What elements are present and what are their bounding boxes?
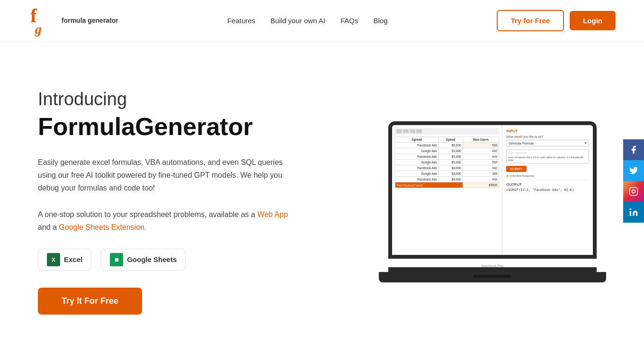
spreadsheet-panel: Spread Spend New Users Facebook Ads$5,00…	[392, 125, 502, 255]
nav-build-ai[interactable]: Build your own AI	[270, 17, 325, 25]
sheets-ext-link[interactable]: Google Sheets Extension.	[59, 223, 146, 231]
ai-dropdown[interactable]: Generate Formula ▾	[506, 140, 589, 146]
try-free-nav-button[interactable]: Try for Free	[497, 10, 564, 31]
main-nav: Features Build your own AI FAQs Blog	[227, 17, 388, 25]
svg-point-4	[630, 208, 631, 210]
ai-output-label: OUTPUT	[506, 182, 589, 187]
svg-text:g: g	[35, 22, 42, 36]
laptop-illustration: Spread Spend New Users Facebook Ads$5,00…	[379, 121, 616, 282]
laptop-brand-label: Macbook Pro	[481, 264, 503, 268]
ss-col-users: New Users	[463, 137, 499, 143]
instagram-social-button[interactable]	[623, 181, 644, 202]
cta-button[interactable]: Try It For Free	[38, 288, 142, 315]
laptop-base	[379, 272, 606, 282]
ss-col-spread: Spread	[395, 137, 439, 143]
facebook-icon	[629, 145, 638, 154]
table-row: Facebook Ads$5,000500	[395, 143, 499, 148]
logo-link[interactable]: f g formula generator	[28, 4, 118, 37]
hero-section: Introducing FormulaGenerator Easily gene…	[38, 89, 294, 315]
sheets-label: Google Sheets	[127, 255, 177, 263]
excel-badge: X Excel	[38, 249, 91, 271]
badges-row: X Excel ▦ Google Sheets	[38, 249, 294, 271]
laptop-screen: Spread Spend New Users Facebook Ads$5,00…	[388, 121, 597, 259]
sheets-badge: ▦ Google Sheets	[101, 249, 186, 271]
table-row: Google Ads$3,000442	[395, 148, 499, 154]
solution-text: A one-stop solution to your spreadsheet …	[38, 208, 294, 234]
table-row: Facebook Ads$6,000442	[395, 177, 499, 182]
twitter-social-button[interactable]	[623, 160, 644, 181]
ai-submit-button[interactable]: SUBMIT	[506, 166, 526, 172]
table-row: Google Ads$5,000550	[395, 160, 499, 165]
svg-rect-2	[630, 188, 638, 196]
login-button[interactable]: Login	[570, 11, 616, 30]
nav-buttons: Try for Free Login	[497, 10, 616, 31]
laptop-trackpad	[474, 275, 511, 278]
hero-description: Easily generate excel formulas, VBA auto…	[38, 156, 294, 195]
ai-input-label: INPUT	[506, 129, 589, 133]
table-row: Facebook Ads$5,000443	[395, 154, 499, 160]
ai-prompt-label: What would you like to do?	[506, 135, 589, 138]
ss-col-spend: Spend	[438, 137, 463, 143]
logo-text: formula generator	[62, 16, 118, 25]
twitter-icon	[629, 166, 638, 175]
web-app-link[interactable]: Web App	[257, 210, 288, 218]
table-row: Total Facebook Spend$5500	[395, 182, 499, 188]
instagram-icon	[629, 187, 638, 196]
linkedin-social-button[interactable]	[623, 202, 644, 223]
ai-panel: INPUT What would you like to do? Generat…	[502, 125, 593, 255]
table-row: Facebook Ads$8,000442	[395, 165, 499, 171]
facebook-social-button[interactable]	[623, 139, 644, 160]
ai-result-formula: =SUMIF(J2:J, "Facebook Ads", K2:K)	[506, 188, 589, 192]
header: f g formula generator Features Build you…	[0, 0, 644, 42]
ai-text-input: Enter input here sum of values from K2:K…	[506, 149, 589, 163]
logo-name: formula generator	[62, 16, 118, 25]
nav-blog[interactable]: Blog	[374, 17, 388, 25]
nav-features[interactable]: Features	[227, 17, 255, 25]
sheets-icon: ▦	[110, 253, 123, 266]
social-bar	[623, 139, 644, 223]
main-content: Introducing FormulaGenerator Easily gene…	[0, 42, 644, 362]
excel-label: Excel	[64, 255, 82, 263]
ai-unlimited-text: ★ Unlimited Requests	[506, 174, 589, 177]
nav-faqs[interactable]: FAQs	[340, 17, 358, 25]
excel-icon: X	[47, 253, 60, 266]
logo-icon: f g	[28, 4, 57, 37]
hero-title: FormulaGenerator	[38, 112, 294, 141]
hero-intro: Introducing	[38, 89, 294, 109]
table-row: Google Ads$5,000385	[395, 171, 499, 177]
linkedin-icon	[629, 208, 638, 217]
